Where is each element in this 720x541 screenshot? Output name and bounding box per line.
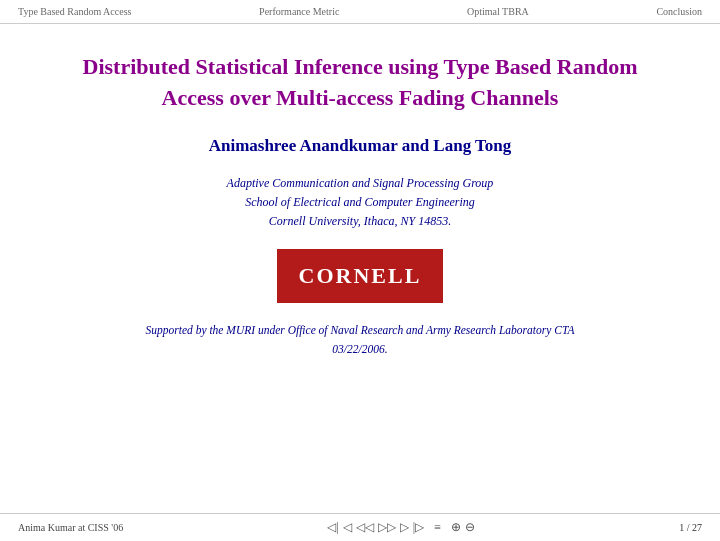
nav-item-1[interactable]: Type Based Random Access: [18, 6, 131, 17]
affiliation-block: Adaptive Communication and Signal Proces…: [227, 174, 494, 232]
footer-left: Anima Kumar at CISS '06: [18, 522, 123, 533]
nav-item-4[interactable]: Conclusion: [656, 6, 702, 17]
nav-item-3[interactable]: Optimal TBRA: [467, 6, 529, 17]
nav-prev-section-icon[interactable]: ◁◁: [356, 520, 374, 535]
affiliation-line1: Adaptive Communication and Signal Proces…: [227, 174, 494, 193]
cornell-logo: Cornell: [277, 249, 444, 303]
support-text: Supported by the MURI under Office of Na…: [146, 321, 575, 358]
nav-separator: ≡: [434, 520, 441, 535]
nav-first-icon[interactable]: ◁|: [327, 520, 338, 535]
page-number: 1 / 27: [679, 522, 702, 533]
nav-last-icon[interactable]: |▷: [413, 520, 424, 535]
slide-title: Distributed Statistical Inference using …: [60, 52, 660, 114]
affiliation-line2: School of Electrical and Computer Engine…: [227, 193, 494, 212]
nav-search-icon[interactable]: ⊕: [451, 520, 461, 535]
nav-controls[interactable]: ◁| ◁ ◁◁ ▷▷ ▷ |▷ ≡ ⊕ ⊖: [327, 520, 475, 535]
bottom-bar: Anima Kumar at CISS '06 ◁| ◁ ◁◁ ▷▷ ▷ |▷ …: [0, 513, 720, 541]
slide-content: Distributed Statistical Inference using …: [0, 24, 720, 358]
nav-next-section-icon[interactable]: ▷▷: [378, 520, 396, 535]
nav-prev-icon[interactable]: ◁: [343, 520, 352, 535]
authors-text: Animashree Anandkumar and Lang Tong: [209, 136, 512, 156]
nav-next-icon[interactable]: ▷: [400, 520, 409, 535]
nav-item-2[interactable]: Performance Metric: [259, 6, 339, 17]
nav-zoom-icon[interactable]: ⊖: [465, 520, 475, 535]
support-line1: Supported by the MURI under Office of Na…: [146, 321, 575, 339]
top-nav-bar: Type Based Random Access Performance Met…: [0, 0, 720, 24]
affiliation-line3: Cornell University, Ithaca, NY 14853.: [227, 212, 494, 231]
support-line2: 03/22/2006.: [146, 340, 575, 358]
